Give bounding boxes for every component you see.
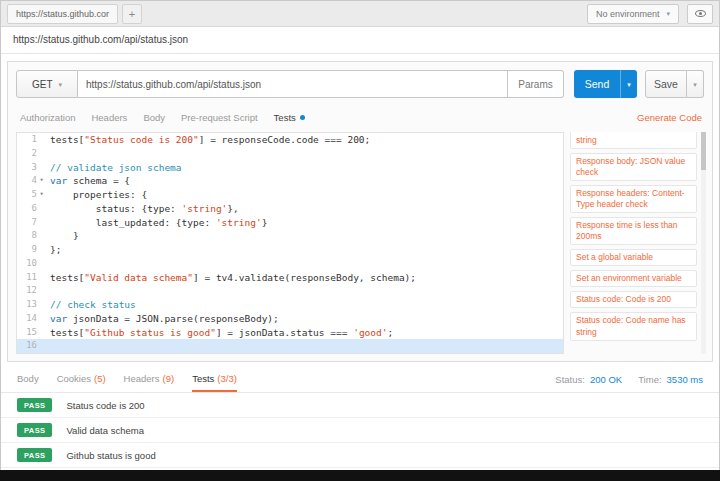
response-tab-count: (3/3) [217,373,237,384]
fold-gutter [37,284,46,298]
fold-gutter [37,216,46,230]
editor-line[interactable]: 11tests["Valid data schema"] = tv4.valid… [17,271,563,285]
tab-pre-request-script[interactable]: Pre-request Script [181,112,258,123]
editor-line[interactable]: 1tests["Status code is 200"] = responseC… [17,133,563,147]
response-tab-tests[interactable]: Tests(3/3) [192,367,237,392]
tab-tests[interactable]: Tests [274,112,305,123]
editor-line[interactable]: 2 [17,147,563,161]
test-result-row: PASSStatus code is 200 [1,393,719,418]
code-text: tests["Github status is good"] = jsonDat… [46,326,393,340]
new-tab-button[interactable]: + [122,4,142,24]
environment-select[interactable]: No environment ▾ [587,4,679,24]
method-select-value: GET [32,79,53,90]
snippet-link[interactable]: Response body: JSON value check [570,153,697,181]
request-tab-title: https://status.github.cor [16,9,109,19]
taskbar[interactable] [0,470,720,481]
line-number: 10 [17,257,37,271]
line-number: 9 [17,243,37,257]
fold-gutter [37,339,46,353]
snippet-link[interactable]: Status code: Code is 200 [570,291,697,308]
tab-headers[interactable]: Headers [91,112,127,123]
tab-authorization[interactable]: Authorization [20,112,75,123]
code-token: }, [227,203,238,214]
editor-line[interactable]: 8 } [17,229,563,243]
editor-line[interactable]: 6 status: {type: 'string'}, [17,202,563,216]
code-text: tests["Status code is 200"] = responseCo… [46,133,370,147]
editor-line[interactable]: 15tests["Github status is good"] = jsonD… [17,326,563,340]
environment-quicklook-button[interactable] [687,4,713,24]
code-token: var [50,175,67,186]
response-tab-label: Body [17,373,39,384]
code-token: tests[ [50,272,84,283]
tests-code-editor[interactable]: 1tests["Status code is 200"] = responseC… [16,132,564,354]
method-select[interactable]: GET ▾ [16,70,78,98]
response-tab-body[interactable]: Body [17,367,39,392]
snippet-link[interactable]: Status code: Code name has string [570,312,697,340]
code-token: status: {type: [50,203,182,214]
response-tab-label: Tests [192,373,214,384]
code-token: 'string' [216,217,262,228]
editor-line[interactable]: 9}; [17,243,563,257]
line-number: 15 [17,326,37,340]
send-button[interactable]: Send [574,70,620,98]
unsaved-dot-icon [300,115,305,120]
code-text: properties: { [46,188,147,202]
code-token: ; [388,327,394,338]
snippet-link[interactable]: Set a global variable [570,249,697,266]
fold-gutter [37,271,46,285]
fold-gutter [37,161,46,175]
snippet-link[interactable]: Response headers: Content-Type header ch… [570,185,697,213]
fold-marker-icon[interactable]: ▾ [37,174,46,188]
code-token: tests[ [50,327,84,338]
code-token: properties: { [50,189,147,200]
tab-label: Authorization [20,112,75,123]
generate-code-link[interactable]: Generate Code [637,106,702,128]
snippets-list: stringResponse body: JSON value checkRes… [570,132,697,341]
snippet-link[interactable]: Set an environment variable [570,270,697,287]
response-tab-cookies[interactable]: Cookies(5) [57,367,106,392]
code-token: }; [50,244,61,255]
editor-line[interactable]: 14var jsonData = JSON.parse(responseBody… [17,312,563,326]
request-url-input[interactable] [78,70,508,98]
line-number: 8 [17,229,37,243]
test-results-list: PASSStatus code is 200PASSValid data sch… [1,393,719,468]
fold-marker-icon[interactable]: ▾ [37,188,46,202]
editor-line[interactable]: 12 [17,284,563,298]
fold-gutter [37,147,46,161]
line-number: 11 [17,271,37,285]
code-token: // validate json schema [50,162,182,173]
eye-icon [695,10,706,17]
send-options-button[interactable]: ▾ [620,70,637,98]
editor-line[interactable]: 7 last_updated: {type: 'string'} [17,216,563,230]
editor-line[interactable]: 13// check status [17,298,563,312]
editor-line[interactable]: 4▾var schema = { [17,174,563,188]
fold-gutter [37,326,46,340]
code-token: schema = { [67,175,130,186]
snippets-scrollbar-thumb[interactable] [701,132,706,170]
request-tab[interactable]: https://status.github.cor [7,4,118,24]
editor-line[interactable]: 5▾ properties: { [17,188,563,202]
save-button[interactable]: Save [645,70,687,98]
response-tab-headers[interactable]: Headers(9) [124,367,175,392]
snippets-scrollbar[interactable] [701,132,706,354]
snippet-link[interactable]: string [570,132,697,149]
code-token: ] = jsonData.status === [216,327,353,338]
code-token: 'good' [353,327,387,338]
save-options-button[interactable]: ▾ [687,70,704,98]
snippet-link[interactable]: Response time is less than 200ms [570,217,697,245]
test-result-label: Valid data schema [66,425,143,436]
editor-line[interactable]: 16 [17,339,563,353]
editor-line[interactable]: 3// validate json schema [17,161,563,175]
line-number: 1 [17,133,37,147]
code-token: "Status code is 200" [84,134,198,145]
chevron-down-icon: ▾ [59,81,63,88]
pass-badge: PASS [17,423,52,437]
code-text: status: {type: 'string'}, [46,202,239,216]
code-token: tests[ [50,134,84,145]
tab-body[interactable]: Body [143,112,165,123]
snippets-panel: stringResponse body: JSON value checkRes… [570,132,706,354]
request-tabs: AuthorizationHeadersBodyPre-request Scri… [20,106,702,128]
code-text [46,284,50,298]
params-button[interactable]: Params [508,70,564,98]
editor-line[interactable]: 10 [17,257,563,271]
